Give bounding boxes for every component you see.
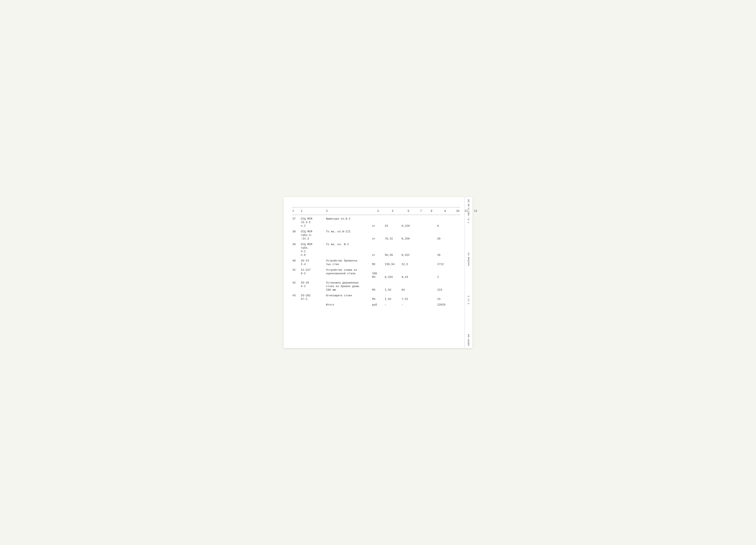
row-39-e2	[384, 243, 401, 246]
row-38-e2	[384, 230, 401, 234]
row-40-col10	[454, 263, 462, 266]
col-header-7: 7	[416, 209, 426, 213]
row-37-empty10	[292, 221, 300, 224]
col-header-2: 2	[300, 209, 326, 213]
table-row-40: 40 IO-I4 Устройство бревенча- 2-4	[292, 259, 460, 266]
row-42-e20	[292, 288, 300, 292]
row-38-unit: кг	[372, 237, 384, 241]
row-37-empty2	[384, 217, 401, 221]
row-38-col7	[416, 237, 426, 241]
row-37-num: 37	[292, 217, 300, 221]
row-38-e3	[401, 230, 416, 234]
col-header-8: 8	[426, 209, 437, 213]
row-42-e7	[454, 281, 462, 284]
column-headers: I 2 3 4 5 6 7 8 9 IO II I2	[292, 209, 460, 213]
row-39-e17	[437, 246, 454, 250]
row-43-e11	[326, 297, 372, 301]
row-39-col7	[416, 253, 426, 257]
row-37-empty3	[401, 217, 416, 221]
row-41-e10	[292, 272, 300, 275]
row-41-e1	[372, 268, 384, 272]
row-37-col8	[426, 224, 437, 228]
row-39-e10	[292, 246, 300, 250]
col-header-3: 3	[326, 209, 372, 213]
row-39-e12	[372, 246, 384, 250]
row-40-col5: I36,94	[384, 263, 401, 266]
row-37-empty11	[372, 221, 384, 224]
top-dashed-line	[292, 207, 460, 208]
col-header-5: 5	[384, 209, 401, 213]
row-43-col8	[426, 297, 437, 301]
row-43-desc1: Огнезащита стоек	[326, 294, 372, 297]
row-41-e11	[384, 272, 401, 275]
row-41-ref2: 8-2	[300, 272, 326, 275]
row-39-e33	[326, 253, 372, 257]
row-38-e1	[372, 230, 384, 234]
row-41-e5	[426, 268, 437, 272]
row-43-e7	[454, 294, 462, 297]
row-41-col8	[426, 275, 437, 279]
row-38-e7	[454, 230, 462, 234]
row-42-col9: I23	[437, 288, 454, 292]
row-38-e10	[292, 234, 300, 237]
row-37-empty14	[416, 221, 426, 224]
row-42-e14	[416, 284, 426, 288]
table-row-41: 4I I2-227 Устройство слива из 8-2	[292, 268, 460, 279]
row-40-unit: М2	[372, 263, 384, 266]
row-37-empty5	[426, 217, 437, 221]
row-38-ref1: ССЦ МСМ	[300, 230, 326, 234]
row-41-unit1: I00	[372, 272, 384, 275]
row-41-e2	[384, 268, 401, 272]
table-section: I 2 3 4 5 6 7 8 9 IO II I2 37 ССЦ МСМ	[292, 207, 460, 306]
row-39-col9: I8	[437, 253, 454, 257]
row-40-col7	[416, 263, 426, 266]
row-42-e6	[437, 281, 454, 284]
row-41-e19	[292, 275, 300, 279]
row-43-e6	[437, 294, 454, 297]
row-42-col6: 64	[401, 288, 416, 292]
row-37-unit: кг	[372, 224, 384, 228]
row-39-unit: кг	[372, 253, 384, 257]
row-37-empty16	[437, 221, 454, 224]
col-header-9: 9	[437, 209, 454, 213]
row-39-e3	[401, 243, 416, 246]
row-38-e4	[416, 230, 426, 234]
row-37-empty4	[416, 217, 426, 221]
row-39-e7	[454, 243, 462, 246]
row-42-e11	[372, 284, 384, 288]
col-header-4: 4	[372, 209, 384, 213]
table-row-38: 38 ССЦ МСМ То же, кл.А-III табл.3-	[292, 230, 460, 241]
row-38-num: 38	[292, 230, 300, 234]
row-37-empty15	[426, 221, 437, 224]
row-39-e15	[416, 246, 426, 250]
row-43-e2	[384, 294, 401, 297]
row-40-desc2: тых стен	[326, 263, 372, 266]
itogo-empty2	[300, 303, 326, 306]
row-40-e10	[292, 263, 300, 266]
row-39-ref1: ССЦ МСМ	[300, 243, 326, 246]
row-39-num: 39	[292, 243, 300, 246]
row-41-ref1: I2-227	[300, 268, 326, 272]
row-39-col5: 56,56	[384, 253, 401, 257]
itogo-empty1	[292, 303, 300, 306]
row-39-e32	[292, 253, 300, 257]
row-38-e14	[401, 234, 416, 237]
row-40-desc1: Устройство бревенча-	[326, 259, 372, 263]
row-37-col9: 8	[437, 224, 454, 228]
row-38-desc1: То же, кл.А-III	[326, 230, 372, 234]
row-39-e28	[437, 250, 454, 253]
row-39-e18	[454, 246, 462, 250]
row-43-e3	[401, 294, 416, 297]
row-39-e26	[416, 250, 426, 253]
row-38-ref2: табл.3-	[300, 234, 326, 237]
row-39-e23	[372, 250, 384, 253]
row-41-e21	[326, 275, 372, 279]
row-38-e6	[437, 230, 454, 234]
row-41-e12	[401, 272, 416, 275]
row-43-e10	[292, 297, 300, 301]
itogo-col7	[416, 303, 426, 306]
itogo-col9: I28I0	[437, 303, 454, 306]
row-43-e5	[426, 294, 437, 297]
row-42-col7	[416, 288, 426, 292]
row-37-empty17	[454, 221, 462, 224]
